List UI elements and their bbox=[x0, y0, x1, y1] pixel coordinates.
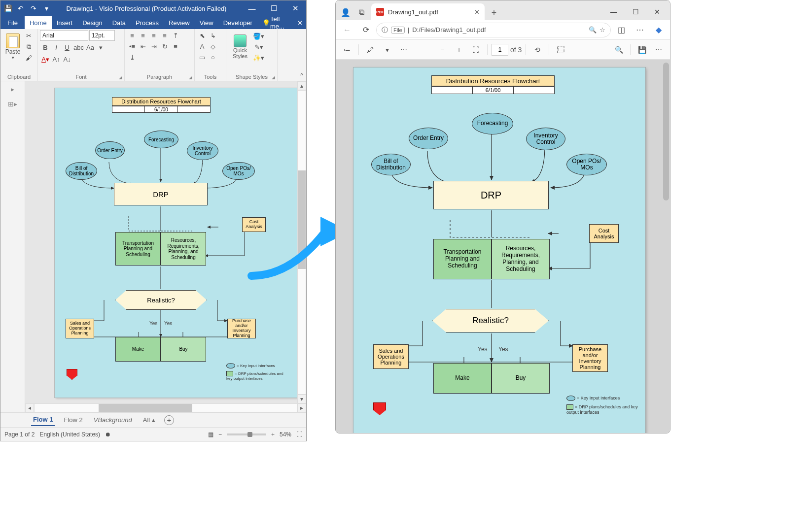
tab-process[interactable]: Process bbox=[131, 16, 164, 29]
horizontal-scrollbar[interactable]: ◂ ▸ bbox=[25, 403, 306, 412]
maximize-icon[interactable]: ☐ bbox=[263, 0, 284, 16]
rotate-icon[interactable]: ⟲ bbox=[530, 42, 545, 57]
geometry-tool-icon[interactable]: ◇ bbox=[208, 41, 218, 51]
tab-review[interactable]: Review bbox=[164, 16, 195, 29]
decrease-indent-icon[interactable]: ⇤ bbox=[138, 41, 148, 51]
redo-icon[interactable]: ↷ bbox=[28, 3, 39, 14]
line-icon[interactable]: ✎▾ bbox=[252, 42, 265, 52]
paste-button[interactable]: Paste ▾ bbox=[2, 30, 23, 64]
new-tab-icon[interactable]: + bbox=[487, 5, 501, 20]
tab-file[interactable]: File bbox=[0, 16, 25, 29]
pointer-tool-icon[interactable]: ⬉ bbox=[197, 31, 207, 40]
expand-shapes-icon[interactable]: ▸ bbox=[8, 84, 18, 94]
close-ribbon-icon[interactable]: ✕ bbox=[294, 16, 306, 29]
scroll-up-icon[interactable]: ▴ bbox=[297, 81, 306, 90]
increase-indent-icon[interactable]: ⇥ bbox=[149, 41, 159, 51]
tab-developer[interactable]: Developer bbox=[218, 16, 257, 29]
close-tab-icon[interactable]: ✕ bbox=[474, 8, 480, 16]
add-sheet-icon[interactable]: + bbox=[164, 415, 174, 425]
refresh-icon[interactable]: ⟳ bbox=[357, 22, 374, 38]
pdf-viewport[interactable]: Distribution Resources Flowchart 6/1/00 bbox=[336, 60, 670, 433]
grow-font-icon[interactable]: A↑ bbox=[51, 54, 61, 64]
highlighter-dropdown-icon[interactable]: ▾ bbox=[380, 42, 394, 57]
tab-insert[interactable]: Insert bbox=[52, 16, 78, 29]
align-center-icon[interactable]: ≡ bbox=[138, 31, 148, 40]
align-left-icon[interactable]: ≡ bbox=[127, 31, 137, 40]
page-number-input[interactable] bbox=[492, 44, 508, 56]
quick-styles-button[interactable]: Quick Styles bbox=[228, 34, 252, 59]
cut-icon[interactable]: ✂ bbox=[24, 31, 34, 40]
bullets-icon[interactable]: •≡ bbox=[127, 41, 137, 51]
ellipse-tool-icon[interactable]: ○ bbox=[208, 52, 218, 62]
fill-icon[interactable]: 🪣▾ bbox=[252, 31, 265, 41]
format-painter-icon[interactable]: 🖌 bbox=[24, 53, 34, 63]
zoom-slider[interactable] bbox=[227, 433, 266, 435]
settings-more-icon[interactable]: ⋯ bbox=[632, 22, 648, 38]
pdf-more-icon[interactable]: ⋯ bbox=[651, 42, 666, 57]
stencil-icon[interactable]: ⊞▸ bbox=[8, 99, 18, 109]
zoom-in-icon[interactable]: + bbox=[271, 431, 275, 438]
font-size-input[interactable] bbox=[89, 30, 115, 41]
presentation-mode-icon[interactable]: ▦ bbox=[208, 431, 213, 438]
scroll-left-icon[interactable]: ◂ bbox=[25, 403, 34, 412]
edge-maximize-icon[interactable]: ☐ bbox=[625, 3, 646, 20]
pdf-zoom-out-icon[interactable]: − bbox=[435, 42, 450, 57]
rotate-text-icon[interactable]: ↻ bbox=[160, 41, 170, 51]
sheet-all[interactable]: All ▴ bbox=[141, 414, 157, 426]
page-view-icon[interactable]: ⿺ bbox=[553, 42, 568, 57]
back-icon[interactable]: ← bbox=[339, 22, 355, 38]
profile-icon[interactable]: 👤 bbox=[338, 4, 353, 20]
favorite-icon[interactable]: ☆ bbox=[599, 26, 605, 33]
justify-icon[interactable]: ≡ bbox=[160, 31, 170, 40]
zoom-value[interactable]: 54% bbox=[280, 431, 291, 438]
bold-icon[interactable]: B bbox=[40, 42, 50, 52]
sheet-vbackground[interactable]: VBackground bbox=[92, 414, 134, 426]
italic-icon[interactable]: I bbox=[51, 42, 61, 52]
shrink-font-icon[interactable]: A↓ bbox=[62, 54, 72, 64]
tab-data[interactable]: Data bbox=[107, 16, 131, 29]
font-name-input[interactable] bbox=[40, 30, 88, 41]
edge-close-icon[interactable]: ✕ bbox=[646, 3, 668, 20]
change-case-icon[interactable]: Aa bbox=[85, 42, 95, 52]
fit-window-icon[interactable]: ⛶ bbox=[296, 431, 302, 438]
fit-width-icon[interactable]: ⛶ bbox=[468, 42, 483, 57]
find-icon[interactable]: 🔍 bbox=[611, 42, 626, 57]
highlight-icon[interactable]: ▾ bbox=[96, 42, 106, 52]
tab-home[interactable]: Home bbox=[25, 16, 52, 29]
undo-icon[interactable]: ↶ bbox=[15, 3, 26, 14]
font-dialog-icon[interactable]: ◢ bbox=[119, 75, 122, 80]
sheet-flow1[interactable]: Flow 1 bbox=[31, 414, 55, 426]
tab-tellme[interactable]: 💡 Tell me... bbox=[257, 16, 294, 29]
macro-recorder-icon[interactable]: ⏺ bbox=[105, 431, 111, 438]
align-top-icon[interactable]: ⤒ bbox=[171, 31, 180, 40]
info-icon[interactable]: ⓘ bbox=[382, 26, 388, 34]
align-right-icon[interactable]: ≡ bbox=[149, 31, 159, 40]
zoom-out-icon[interactable]: − bbox=[218, 431, 222, 438]
sheet-flow2[interactable]: Flow 2 bbox=[62, 414, 84, 426]
effects-icon[interactable]: ✨▾ bbox=[252, 53, 265, 63]
strike-icon[interactable]: abc bbox=[73, 42, 84, 52]
font-color-icon[interactable]: A▾ bbox=[40, 54, 50, 64]
browser-tab[interactable]: PDF Drawing1_out.pdf ✕ bbox=[371, 3, 485, 20]
highlighter-icon[interactable]: 🖍 bbox=[363, 42, 378, 57]
url-field[interactable]: ⓘ File | D:/Files/Drawing1_out.pdf 🔍 ☆ bbox=[376, 23, 611, 37]
minimize-icon[interactable]: — bbox=[241, 0, 263, 16]
underline-icon[interactable]: U bbox=[62, 42, 72, 52]
text-tool-icon[interactable]: A bbox=[197, 41, 207, 51]
shapestyles-dialog-icon[interactable]: ◢ bbox=[272, 75, 275, 80]
scroll-right-icon[interactable]: ▸ bbox=[297, 403, 306, 412]
copy-icon[interactable]: ⧉ bbox=[24, 42, 34, 52]
language-indicator[interactable]: English (United States) bbox=[39, 431, 100, 438]
close-icon[interactable]: ✕ bbox=[284, 0, 306, 16]
tab-view[interactable]: View bbox=[195, 16, 218, 29]
save-pdf-icon[interactable]: 💾 bbox=[634, 42, 649, 57]
pdf-scrollbar[interactable] bbox=[663, 62, 669, 431]
copilot-icon[interactable]: ◆ bbox=[650, 22, 667, 38]
connector-tool-icon[interactable]: ↳ bbox=[208, 31, 218, 40]
rectangle-tool-icon[interactable]: ▭ bbox=[197, 52, 207, 62]
qat-customize-icon[interactable]: ▾ bbox=[41, 3, 52, 14]
align-bottom-icon[interactable]: ⤓ bbox=[127, 52, 137, 62]
pdf-zoom-in-icon[interactable]: + bbox=[452, 42, 466, 57]
save-icon[interactable]: 💾 bbox=[2, 3, 13, 14]
paragraph-dialog-icon[interactable]: ◢ bbox=[189, 75, 192, 80]
